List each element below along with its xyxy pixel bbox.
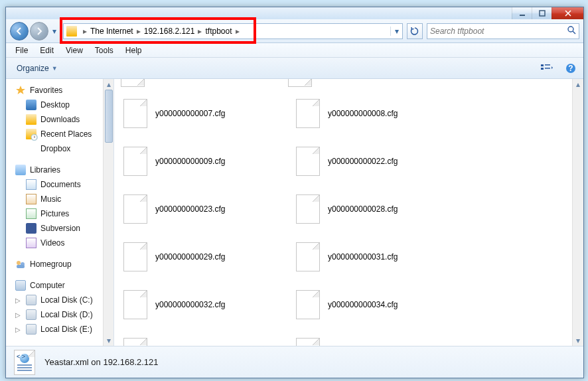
sidebar-item[interactable]: Documents (6, 177, 102, 192)
subv-icon (26, 223, 37, 234)
scroll-up-icon[interactable]: ▴ (104, 79, 114, 90)
file-item[interactable]: y000000000023.cfg (121, 192, 293, 226)
scroll-down-icon[interactable]: ▾ (573, 335, 583, 346)
chevron-right-icon[interactable]: ▸ (81, 27, 89, 36)
cfg-file-icon (123, 290, 147, 319)
scroll-thumb[interactable] (105, 90, 113, 143)
cfg-file-icon (123, 99, 147, 128)
cfg-file-icon (123, 194, 147, 224)
file-item[interactable]: y000000000008.cfg (293, 96, 466, 131)
refresh-button[interactable] (407, 23, 423, 39)
sidebar-item[interactable]: Music (6, 192, 102, 206)
sidebar-item-label: Downloads (40, 115, 80, 124)
file-item[interactable]: y000000000036.cfg (121, 335, 293, 346)
downloads-icon (26, 114, 37, 125)
scroll-down-icon[interactable]: ▾ (104, 335, 114, 346)
view-options-button[interactable] (540, 61, 554, 76)
drive-icon (26, 295, 37, 305)
file-list[interactable]: y000000000007.cfgy000000000008.cfgy00000… (114, 79, 583, 346)
toolbar: Organize ▼ ? (6, 58, 583, 79)
drive-icon (26, 324, 37, 335)
search-input[interactable] (430, 27, 567, 36)
breadcrumb[interactable]: 192.168.2.121 (144, 27, 195, 36)
sidebar-item-label: Local Disk (E:) (40, 325, 92, 334)
sidebar-libraries-header[interactable]: Libraries (6, 163, 102, 177)
sidebar-item[interactable]: Desktop (6, 98, 102, 112)
svg-rect-3 (541, 64, 544, 66)
scroll-up-icon[interactable]: ▴ (573, 79, 583, 90)
sidebar-item[interactable]: Pictures (6, 206, 102, 221)
help-button[interactable]: ? (563, 61, 578, 76)
vid-icon (26, 238, 37, 248)
file-item[interactable]: y000000000029.cfg (121, 240, 293, 274)
search-box[interactable] (427, 23, 579, 39)
sidebar-item-label: Dropbox (40, 144, 70, 153)
file-item[interactable]: y000000000032.cfg (121, 287, 293, 322)
maximize-button[interactable] (532, 7, 551, 19)
file-icon (288, 79, 312, 87)
file-icon (121, 79, 145, 87)
forward-button[interactable] (30, 22, 48, 40)
file-item[interactable]: y000000000007.cfg (121, 96, 293, 131)
sidebar-computer-header[interactable]: Computer (6, 278, 102, 293)
breadcrumb[interactable]: The Internet (90, 27, 133, 36)
sidebar-item-label: Recent Places (40, 129, 92, 139)
xml-file-icon: < > (14, 350, 35, 375)
sidebar: Favorites DesktopDownloadsRecent PlacesD… (6, 79, 114, 346)
file-item[interactable]: y000000000009.cfg (121, 144, 293, 179)
menu-view[interactable]: View (60, 44, 88, 56)
sidebar-item[interactable]: ▷Local Disk (D:) (6, 307, 102, 322)
svg-point-2 (568, 27, 573, 32)
file-name: y000000000022.cfg (328, 157, 398, 166)
history-dropdown[interactable]: ▾ (50, 22, 59, 40)
sidebar-item[interactable]: ▷Local Disk (C:) (6, 293, 102, 307)
address-dropdown[interactable]: ▾ (390, 27, 402, 36)
sidebar-item-label: Local Disk (D:) (40, 310, 93, 319)
cfg-file-icon (296, 290, 320, 319)
file-name: y000000000032.cfg (155, 300, 225, 309)
menu-help[interactable]: Help (120, 44, 147, 56)
cfg-file-icon (296, 99, 320, 128)
sidebar-item[interactable]: Videos (6, 236, 102, 250)
menu-edit[interactable]: Edit (35, 44, 59, 56)
address-bar[interactable]: ▸ The Internet ▸ 192.168.2.121 ▸ tftpboo… (63, 23, 403, 39)
chevron-right-icon[interactable]: ▸ (135, 27, 143, 36)
sidebar-label: Computer (30, 281, 65, 290)
close-button[interactable] (551, 7, 583, 19)
nav-row: ▾ ▸ The Internet ▸ 192.168.2.121 ▸ tftpb… (6, 19, 583, 43)
explorer-window: ▾ ▸ The Internet ▸ 192.168.2.121 ▸ tftpb… (5, 7, 584, 378)
homegroup-icon (15, 259, 26, 269)
expand-icon[interactable]: ▷ (15, 311, 21, 319)
sidebar-homegroup-header[interactable]: Homegroup (6, 257, 102, 271)
back-button[interactable] (10, 22, 29, 40)
sidebar-item[interactable]: Downloads (6, 112, 102, 127)
menu-tools[interactable]: Tools (90, 44, 119, 56)
file-item[interactable]: y000000000034.cfg (293, 287, 466, 322)
sidebar-item[interactable]: ▷Local Disk (E:) (6, 322, 102, 337)
chevron-right-icon[interactable]: ▸ (196, 27, 204, 36)
menu-file[interactable]: File (10, 44, 33, 56)
sidebar-item[interactable]: Subversion (6, 221, 102, 236)
sidebar-favorites-header[interactable]: Favorites (6, 83, 102, 98)
organize-button[interactable]: Organize ▼ (11, 62, 63, 75)
file-item[interactable]: y000000000022.cfg (293, 144, 466, 179)
minimize-button[interactable] (512, 7, 532, 19)
sidebar-item[interactable]: Recent Places (6, 127, 102, 141)
expand-icon[interactable]: ▷ (15, 326, 21, 333)
file-name: y000000000008.cfg (328, 109, 398, 118)
expand-icon[interactable]: ▷ (15, 297, 21, 304)
file-item[interactable]: y000000000038.cfg (293, 335, 466, 346)
recent-icon (26, 129, 37, 139)
file-item[interactable]: y000000000028.cfg (293, 192, 466, 226)
file-item[interactable]: y000000000031.cfg (293, 240, 466, 274)
search-icon[interactable] (567, 25, 576, 37)
content-scrollbar[interactable]: ▴ ▾ (572, 79, 583, 346)
cfg-file-icon (296, 338, 320, 346)
sidebar-scrollbar[interactable]: ▴ ▾ (103, 79, 114, 346)
file-name: y000000000007.cfg (155, 109, 225, 118)
computer-icon (15, 280, 26, 291)
cfg-file-icon (296, 242, 320, 271)
breadcrumb[interactable]: tftpboot (205, 27, 232, 36)
chevron-right-icon[interactable]: ▸ (234, 27, 242, 36)
sidebar-item[interactable]: Dropbox (6, 141, 102, 156)
